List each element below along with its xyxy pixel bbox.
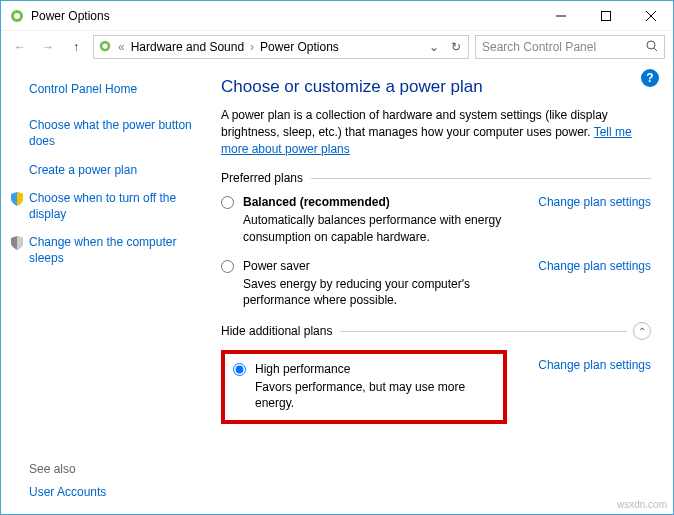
search-icon[interactable] xyxy=(646,40,658,55)
intro-text: A power plan is a collection of hardware… xyxy=(221,107,651,157)
search-box[interactable]: Search Control Panel xyxy=(475,35,665,59)
search-placeholder: Search Control Panel xyxy=(482,40,596,54)
main-content: ? Choose or customize a power plan A pow… xyxy=(211,63,673,514)
choose-power-button-link[interactable]: Choose what the power button does xyxy=(29,117,199,149)
navigation-bar: ← → ↑ « Hardware and Sound › Power Optio… xyxy=(1,31,673,63)
breadcrumb-hardware[interactable]: Hardware and Sound xyxy=(131,40,244,54)
create-power-plan-link[interactable]: Create a power plan xyxy=(29,162,199,178)
high-performance-name[interactable]: High performance xyxy=(255,362,495,376)
computer-sleeps-link[interactable]: Change when the computer sleeps xyxy=(29,234,199,266)
balanced-name[interactable]: Balanced (recommended) xyxy=(243,195,533,209)
see-also-section: See also User Accounts xyxy=(29,462,106,500)
page-heading: Choose or customize a power plan xyxy=(221,77,651,97)
up-button[interactable]: ↑ xyxy=(65,36,87,58)
plan-power-saver: Power saver Saves energy by reducing you… xyxy=(221,259,651,308)
breadcrumb-power-options[interactable]: Power Options xyxy=(260,40,339,54)
turn-off-display-link[interactable]: Choose when to turn off the display xyxy=(29,190,199,222)
power-saver-name[interactable]: Power saver xyxy=(243,259,533,273)
svg-point-8 xyxy=(647,41,655,49)
shield-icon xyxy=(9,235,25,251)
breadcrumb-separator: « xyxy=(118,40,125,54)
see-also-label: See also xyxy=(29,462,106,476)
balanced-desc: Automatically balances performance with … xyxy=(243,212,533,244)
breadcrumb-separator: › xyxy=(250,40,254,54)
change-high-link[interactable]: Change plan settings xyxy=(538,358,651,372)
control-panel-home-link[interactable]: Control Panel Home xyxy=(29,81,199,97)
balanced-radio[interactable] xyxy=(221,196,234,209)
svg-rect-3 xyxy=(601,11,610,20)
user-accounts-link[interactable]: User Accounts xyxy=(29,484,106,500)
svg-point-1 xyxy=(14,13,20,19)
svg-point-7 xyxy=(102,43,107,48)
watermark: wsxdn.com xyxy=(617,499,667,510)
plan-balanced: Balanced (recommended) Automatically bal… xyxy=(221,195,651,244)
hide-additional-header: Hide additional plans ⌃ xyxy=(221,322,651,340)
address-bar[interactable]: « Hardware and Sound › Power Options ⌄ ↻ xyxy=(93,35,469,59)
svg-line-9 xyxy=(654,48,657,51)
change-saver-link[interactable]: Change plan settings xyxy=(538,259,651,273)
forward-button[interactable]: → xyxy=(37,36,59,58)
power-saver-radio[interactable] xyxy=(221,260,234,273)
high-performance-radio[interactable] xyxy=(233,363,246,376)
back-button[interactable]: ← xyxy=(9,36,31,58)
refresh-icon[interactable]: ↻ xyxy=(448,40,464,54)
address-dropdown-icon[interactable]: ⌄ xyxy=(426,40,442,54)
help-icon[interactable]: ? xyxy=(641,69,659,87)
maximize-button[interactable] xyxy=(583,1,628,30)
close-button[interactable] xyxy=(628,1,673,30)
plan-high-performance: High performance Favors performance, but… xyxy=(221,350,651,423)
minimize-button[interactable] xyxy=(538,1,583,30)
window-title: Power Options xyxy=(31,9,538,23)
collapse-icon[interactable]: ⌃ xyxy=(633,322,651,340)
power-options-icon xyxy=(9,8,25,24)
power-saver-desc: Saves energy by reducing your computer's… xyxy=(243,276,533,308)
shield-icon xyxy=(9,191,25,207)
control-panel-icon xyxy=(98,39,112,56)
title-bar: Power Options xyxy=(1,1,673,31)
sidebar: Control Panel Home Choose what the power… xyxy=(1,63,211,514)
change-balanced-link[interactable]: Change plan settings xyxy=(538,195,651,209)
window-controls xyxy=(538,1,673,30)
preferred-plans-header: Preferred plans xyxy=(221,171,651,185)
high-performance-desc: Favors performance, but may use more ene… xyxy=(255,379,495,411)
